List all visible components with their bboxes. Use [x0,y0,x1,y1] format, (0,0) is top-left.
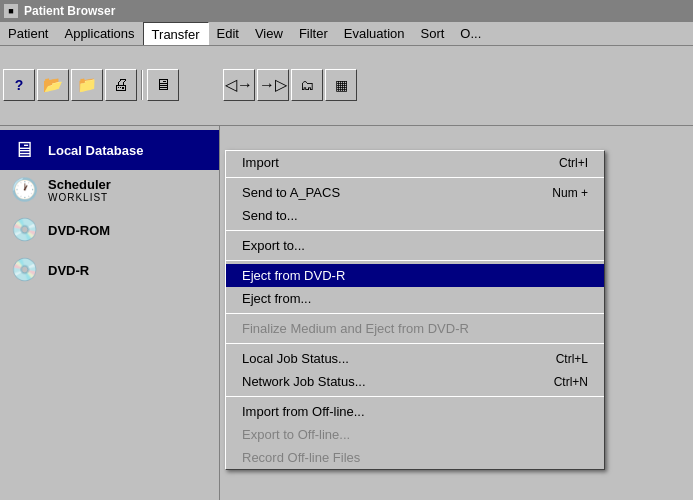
dvd-rom-icon: 💿 [8,214,40,246]
local-database-icon: 🖥 [8,134,40,166]
local-database-label: Local Database [48,143,143,158]
menu-item-import[interactable]: Import Ctrl+I [226,151,604,174]
menu-bar: Patient Applications Transfer Edit View … [0,22,693,46]
import-shortcut: Ctrl+I [559,156,588,170]
menu-patient[interactable]: Patient [0,22,56,45]
transfer-right-button[interactable]: →▷ [257,69,289,101]
help-icon: ? [15,77,24,93]
help-button[interactable]: ? [3,69,35,101]
open-folder-button[interactable]: 📂 [37,69,69,101]
menu-view[interactable]: View [247,22,291,45]
scheduler-label: Scheduler [48,177,111,192]
menu-filter[interactable]: Filter [291,22,336,45]
menu-item-eject-from-dvd-r[interactable]: Eject from DVD-R [226,264,604,287]
menu-applications[interactable]: Applications [56,22,142,45]
local-job-status-shortcut: Ctrl+L [556,352,588,366]
separator-4 [226,313,604,314]
print-icon: 🖨 [113,76,129,94]
separator-5 [226,343,604,344]
menu-item-record-offline: Record Off-line Files [226,446,604,469]
record-offline-label: Record Off-line Files [242,450,360,465]
menu-options[interactable]: O... [452,22,489,45]
folder-icon: 📂 [43,75,63,94]
title-bar-label: Patient Browser [24,4,115,18]
network-job-status-shortcut: Ctrl+N [554,375,588,389]
import-label: Import [242,155,279,170]
menu-item-export-to[interactable]: Export to... [226,234,604,257]
dvd-r-label: DVD-R [48,263,89,278]
menu-evaluation[interactable]: Evaluation [336,22,413,45]
menu-item-network-job-status[interactable]: Network Job Status... Ctrl+N [226,370,604,393]
dvd-rom-text: DVD-ROM [48,223,110,238]
separator-3 [226,260,604,261]
separator-2 [226,230,604,231]
local-database-text: Local Database [48,143,143,158]
toolbar-row-1: ? 📂 📁 🖨 🖥 [2,68,222,102]
finalize-medium-label: Finalize Medium and Eject from DVD-R [242,321,469,336]
separator-6 [226,396,604,397]
sidebar-item-local-database[interactable]: 🖥 Local Database [0,130,219,170]
scheduler-text: Scheduler WORKLIST [48,177,111,203]
sidebar: 🖥 Local Database 🕐 Scheduler WORKLIST 💿 … [0,126,220,500]
title-bar: ■ Patient Browser [0,0,693,22]
grid-button[interactable]: ▦ [325,69,357,101]
menu-transfer[interactable]: Transfer [143,22,209,45]
grid-icon: ▦ [335,77,348,93]
menu-item-send-to-a-pacs[interactable]: Send to A_PACS Num + [226,181,604,204]
arrow-left-icon: ◁→ [225,75,253,94]
dvd-r-icon: 💿 [8,254,40,286]
menu-item-local-job-status[interactable]: Local Job Status... Ctrl+L [226,347,604,370]
transfer-dropdown-menu[interactable]: Import Ctrl+I Send to A_PACS Num + Send … [225,150,605,470]
transfer-left-button[interactable]: ◁→ [223,69,255,101]
sidebar-item-dvd-r[interactable]: 💿 DVD-R [0,250,219,290]
menu-item-eject-from[interactable]: Eject from... [226,287,604,310]
menu-item-finalize-medium: Finalize Medium and Eject from DVD-R [226,317,604,340]
eject-from-label: Eject from... [242,291,311,306]
monitor-button[interactable]: 🖥 [147,69,179,101]
compare-button[interactable]: 🗂 [291,69,323,101]
send-to-a-pacs-shortcut: Num + [552,186,588,200]
main-area: 🖥 Local Database 🕐 Scheduler WORKLIST 💿 … [0,126,693,500]
sidebar-item-dvd-rom[interactable]: 💿 DVD-ROM [0,210,219,250]
sidebar-item-scheduler[interactable]: 🕐 Scheduler WORKLIST [0,170,219,210]
print-button[interactable]: 🖨 [105,69,137,101]
compare-icon: 🗂 [300,77,314,93]
local-job-status-label: Local Job Status... [242,351,349,366]
separator-1 [226,177,604,178]
export-to-label: Export to... [242,238,305,253]
monitor-icon: 🖥 [155,76,171,94]
export-offline-label: Export to Off-line... [242,427,350,442]
folder2-icon: 📁 [77,75,97,94]
toolbar-row-2: ◁→ →▷ 🗂 ▦ [222,68,442,102]
menu-item-send-to[interactable]: Send to... [226,204,604,227]
import-offline-label: Import from Off-line... [242,404,365,419]
toolbar-divider-1 [141,70,143,100]
menu-sort[interactable]: Sort [412,22,452,45]
scheduler-icon: 🕐 [8,174,40,206]
dvd-r-text: DVD-R [48,263,89,278]
scheduler-sublabel: WORKLIST [48,192,111,203]
eject-from-dvd-r-label: Eject from DVD-R [242,268,345,283]
menu-item-import-offline[interactable]: Import from Off-line... [226,400,604,423]
title-bar-icon: ■ [4,4,18,18]
send-to-a-pacs-label: Send to A_PACS [242,185,340,200]
menu-edit[interactable]: Edit [209,22,247,45]
menu-item-export-offline: Export to Off-line... [226,423,604,446]
send-to-label: Send to... [242,208,298,223]
network-job-status-label: Network Job Status... [242,374,366,389]
dvd-rom-label: DVD-ROM [48,223,110,238]
open-button[interactable]: 📁 [71,69,103,101]
toolbar: ? 📂 📁 🖨 🖥 ◁→ →▷ 🗂 ▦ [0,46,693,126]
arrow-right-icon: →▷ [259,75,287,94]
